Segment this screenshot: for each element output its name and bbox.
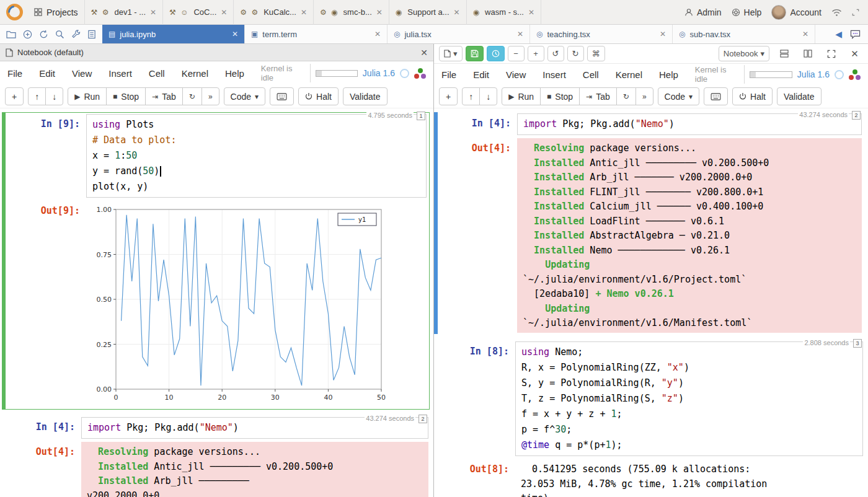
browser-tab-kucalc[interactable]: ⚙ ⚙ KuCalc... ✕ xyxy=(234,0,314,25)
menu-item[interactable]: File xyxy=(7,68,22,79)
browser-tab-wasm[interactable]: ◉ wasm - s... ✕ xyxy=(467,0,541,25)
close-panel-icon[interactable]: ✕ xyxy=(420,48,428,58)
close-tab-icon[interactable]: ✕ xyxy=(221,8,227,17)
halt-kernel-button[interactable]: Halt xyxy=(732,87,773,105)
move-cell-up-button[interactable]: ↑ xyxy=(28,87,46,105)
cell-type-dropdown[interactable]: Code▾ xyxy=(224,87,266,105)
zoom-in-button[interactable]: + xyxy=(528,46,544,61)
chat-icon[interactable] xyxy=(850,30,861,39)
browser-tab-dev1[interactable]: ⚒ ⚙ dev1 - ... ✕ xyxy=(85,0,164,25)
undo-button[interactable]: ↺ xyxy=(547,46,564,61)
help-button[interactable]: Help xyxy=(732,7,762,17)
search-icon[interactable] xyxy=(55,30,64,39)
close-file-tab-icon[interactable]: ✕ xyxy=(232,30,238,38)
account-button[interactable]: Account xyxy=(771,5,822,20)
browser-tab-support[interactable]: ◉ Support a... ✕ xyxy=(389,0,467,25)
keyboard-shortcuts-button[interactable] xyxy=(270,87,294,105)
refresh-circle-icon[interactable] xyxy=(39,30,48,39)
code-cell[interactable]: In [9]: using Plots# Data to plot:x = 1:… xyxy=(2,112,430,410)
stop-button[interactable]: ■Stop xyxy=(106,87,146,105)
validate-button[interactable]: Validate xyxy=(343,87,388,105)
close-file-tab-icon[interactable]: ✕ xyxy=(802,30,808,38)
cell-type-dropdown[interactable]: Code▾ xyxy=(658,87,700,105)
insert-cell-button[interactable]: + xyxy=(5,87,24,105)
restart-kernel-button[interactable]: ↻ xyxy=(182,87,202,105)
stop-button[interactable]: ■Stop xyxy=(540,87,580,105)
menu-item[interactable]: View xyxy=(72,68,92,79)
shortcuts-button[interactable]: ⌘ xyxy=(587,46,605,61)
halt-kernel-button[interactable]: Halt xyxy=(298,87,339,105)
tab-complete-button[interactable]: ⇥Tab xyxy=(145,87,183,105)
menu-item[interactable]: Kernel xyxy=(616,69,642,80)
redo-button[interactable]: ↻ xyxy=(567,46,584,61)
refresh-icon: ↻ xyxy=(189,92,195,101)
file-tab-julia-tsx[interactable]: ◎ julia.tsx ✕ xyxy=(388,25,530,43)
kernel-name[interactable]: Julia 1.6 xyxy=(363,68,395,78)
menu-item[interactable]: Edit xyxy=(39,68,55,79)
close-tab-icon[interactable]: ✕ xyxy=(454,8,460,17)
menu-item[interactable]: Cell xyxy=(583,69,599,80)
tab-complete-button[interactable]: ⇥Tab xyxy=(579,87,617,105)
move-cell-down-button[interactable]: ↓ xyxy=(479,87,497,105)
file-tab-teaching-tsx[interactable]: ◎ teaching.tsx ✕ xyxy=(530,25,673,43)
keyboard-shortcuts-button[interactable] xyxy=(704,87,728,105)
menu-item[interactable]: Insert xyxy=(542,69,566,80)
close-frame-button[interactable]: ✕ xyxy=(846,46,863,61)
split-row-button[interactable] xyxy=(776,46,793,61)
restart-kernel-button[interactable]: ↻ xyxy=(616,87,636,105)
menu-item[interactable]: View xyxy=(506,69,526,80)
fullscreen-button[interactable] xyxy=(823,46,840,61)
stop-icon: ■ xyxy=(113,92,117,101)
insert-cell-button[interactable]: + xyxy=(439,87,458,105)
code-cell[interactable]: In [4]: import Pkg; Pkg.add("Nemo") 43.2… xyxy=(434,112,864,334)
cocalc-logo-icon[interactable] xyxy=(6,4,23,20)
browser-tab-cocalc[interactable]: ⚒ ☺ CoC... ✕ xyxy=(163,0,234,25)
collapse-left-icon[interactable]: ◀ xyxy=(835,29,842,39)
close-tab-icon[interactable]: ✕ xyxy=(301,8,307,17)
browser-tab-smc[interactable]: ⚙ ◉ smc-b... ✕ xyxy=(314,0,389,25)
new-file-plus-icon[interactable] xyxy=(23,30,32,39)
file-tab-julia-ipynb[interactable]: ▤ julia.ipynb ✕ xyxy=(102,25,245,43)
save-button[interactable] xyxy=(466,46,484,61)
admin-button[interactable]: Admin xyxy=(684,7,722,17)
menu-item[interactable]: Cell xyxy=(149,68,165,79)
menu-item[interactable]: Insert xyxy=(108,68,132,79)
menu-item[interactable]: Help xyxy=(659,69,678,80)
menu-item[interactable]: Kernel xyxy=(182,68,208,79)
projects-label: Projects xyxy=(46,7,78,17)
close-file-tab-icon[interactable]: ✕ xyxy=(660,30,666,38)
log-book-icon[interactable] xyxy=(87,30,96,39)
run-all-below-button[interactable]: » xyxy=(636,87,653,105)
file-tab-term[interactable]: ▣ term.term ✕ xyxy=(245,25,388,43)
file-menu-button[interactable]: ▾ xyxy=(439,46,463,61)
close-tab-icon[interactable]: ✕ xyxy=(150,8,156,17)
close-file-tab-icon[interactable]: ✕ xyxy=(517,30,523,38)
run-all-below-button[interactable]: » xyxy=(202,87,219,105)
code-cell[interactable]: In [8]: using Nemo;R, x = PolynomialRing… xyxy=(436,341,864,497)
code-cell[interactable]: In [4]: import Pkg; Pkg.add("Nemo") 43.2… xyxy=(2,417,430,497)
split-col-button[interactable] xyxy=(799,46,817,61)
close-tab-icon[interactable]: ✕ xyxy=(376,8,383,17)
code-editor[interactable]: using Nemo;R, x = PolynomialRing(ZZ, "x"… xyxy=(515,341,863,456)
wrench-icon[interactable] xyxy=(71,30,81,39)
timetravel-button[interactable] xyxy=(487,46,505,61)
move-cell-up-button[interactable]: ↑ xyxy=(462,87,480,105)
frame-type-dropdown[interactable]: Notebook▾ xyxy=(719,46,769,61)
code-editor[interactable]: using Plots# Data to plot:x = 1:50y = ra… xyxy=(86,114,427,198)
projects-button[interactable]: Projects xyxy=(28,0,85,25)
close-file-tab-icon[interactable]: ✕ xyxy=(374,30,381,38)
zoom-out-button[interactable]: − xyxy=(508,46,525,61)
kernel-name[interactable]: Julia 1.6 xyxy=(797,69,830,79)
run-cell-button[interactable]: ▶Run xyxy=(502,87,541,105)
move-cell-down-button[interactable]: ↓ xyxy=(45,87,63,105)
files-folder-icon[interactable] xyxy=(6,30,16,38)
file-tab-sub-nav-tsx[interactable]: ◎ sub-nav.tsx ✕ xyxy=(673,25,815,43)
run-cell-button[interactable]: ▶Run xyxy=(68,87,107,105)
fullscreen-corners-icon[interactable] xyxy=(852,9,859,16)
browser-tab-label: CoC... xyxy=(193,7,216,17)
menu-item[interactable]: File xyxy=(441,69,456,80)
menu-item[interactable]: Edit xyxy=(473,69,489,80)
close-tab-icon[interactable]: ✕ xyxy=(528,8,534,17)
validate-button[interactable]: Validate xyxy=(777,87,822,105)
menu-item[interactable]: Help xyxy=(225,68,244,79)
